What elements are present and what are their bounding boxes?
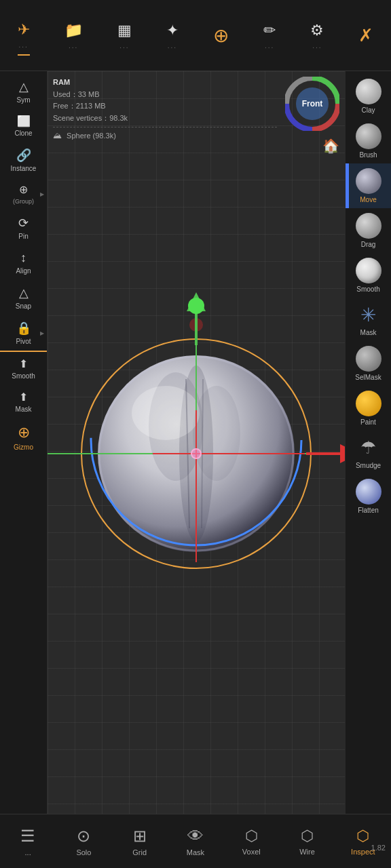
drag-ball-icon	[356, 213, 381, 239]
pivot-expand-icon: ▶	[40, 330, 44, 336]
sidebar-item-pin[interactable]: ⟳ Pin	[0, 210, 47, 245]
align-icon: ↕	[20, 251, 26, 265]
view-cube-face[interactable]: Front	[296, 87, 329, 120]
bottom-inspect[interactable]: ⬡ Inspect	[335, 814, 391, 868]
settings-icon: ⚙	[310, 22, 324, 39]
top-tool-settings[interactable]: ⚙ ...	[310, 16, 324, 55]
pin-icon: ⟳	[18, 216, 29, 231]
gizmo-center-dot[interactable]	[189, 447, 203, 460]
green-control-dot[interactable]	[188, 298, 204, 314]
bottom-mask[interactable]: 👁 Mask	[168, 814, 223, 868]
smooth-sidebar-icon: ⬆	[19, 357, 28, 370]
bottom-wire[interactable]: ⬡ Wire	[279, 814, 335, 868]
mask-sidebar-icon: ⬆	[19, 391, 28, 403]
layers-icon: ▦	[117, 22, 132, 39]
snap-icon: △	[19, 285, 29, 300]
gizmo-sidebar-icon: ⊕	[18, 424, 30, 441]
sidebar-item-align[interactable]: ↕ Align	[0, 245, 47, 280]
top-tool-gizmo3d[interactable]: ⊕	[213, 19, 229, 52]
group-icon: ⊕	[19, 183, 28, 196]
voxel-icon: ⬡	[245, 827, 258, 845]
object-bar: ⛰ Sphere (98.3k)	[53, 127, 277, 140]
pivot-icon: 🔒	[16, 321, 31, 336]
sidebar-item-group[interactable]: ⊕ (Group) ▶	[0, 178, 47, 210]
sidebar-item-instance[interactable]: 🔗 Instance	[0, 142, 47, 178]
paint-ball-icon	[356, 391, 381, 416]
solo-icon: ⊙	[77, 827, 90, 846]
flatten-ball-icon	[356, 479, 381, 505]
top-tool-tools[interactable]: ✗	[358, 20, 373, 52]
view-cube[interactable]: Front	[285, 77, 339, 131]
sphere-container	[88, 345, 305, 562]
brush-drag[interactable]: Drag	[346, 208, 391, 253]
clone-icon: ⬜	[17, 115, 31, 127]
sidebar-item-mask[interactable]: ⬆ Mask	[0, 385, 47, 418]
move-ball-icon	[356, 168, 381, 194]
menu-icon: ☰	[20, 827, 35, 846]
sidebar-item-snap[interactable]: △ Snap	[0, 280, 47, 315]
object-type-icon: ⛰	[53, 130, 62, 140]
instance-icon: 🔗	[16, 148, 31, 163]
arrow-up-gizmo[interactable]	[195, 311, 198, 345]
nav-icon: ✈	[18, 21, 30, 39]
brush-ball-icon	[356, 123, 381, 149]
top-toolbar: ✈ ... 📁 ... ▦ ... ✦ ... ⊕ ✏ ... ⚙ ... ✗	[0, 0, 391, 71]
bottom-toolbar: ☰ ... ⊙ Solo ⊞ Grid 👁 Mask ⬡ Voxel ⬡ Wir…	[0, 814, 391, 868]
bottom-solo[interactable]: ⊙ Solo	[56, 814, 111, 868]
clay-ball-icon	[356, 79, 381, 104]
top-tool-nav[interactable]: ✈ ...	[18, 16, 30, 56]
smudge-icon: ☂	[356, 435, 381, 460]
selmask-ball-icon	[356, 346, 381, 372]
sym-icon: △	[19, 79, 29, 94]
sidebar-item-smooth[interactable]: ⬆ Smooth	[0, 351, 47, 385]
top-tool-files[interactable]: 📁 ...	[64, 16, 83, 55]
brush-selmask[interactable]: SelMask	[346, 341, 391, 386]
right-sidebar: Clay Brush Move Drag Smooth ✳ Mask SelMa…	[345, 71, 391, 814]
top-tool-pen[interactable]: ✏ ...	[263, 16, 276, 55]
bottom-menu[interactable]: ☰ ...	[0, 814, 56, 868]
scene-vertices: Scene vertices：98.3k	[53, 113, 128, 125]
tools-icon: ✗	[358, 25, 373, 46]
sidebar-item-clone[interactable]: ⬜ Clone	[0, 109, 47, 142]
brush-mask[interactable]: ✳ Mask	[346, 298, 391, 341]
lighting-icon: ✦	[166, 22, 179, 39]
arrow-up-line	[195, 311, 198, 345]
group-expand-icon: ▶	[40, 191, 44, 197]
wire-icon: ⬡	[301, 827, 314, 845]
home-button[interactable]: 🏠	[322, 138, 339, 154]
gizmo3d-icon: ⊕	[213, 24, 229, 47]
mask-ball-icon: ✳	[356, 302, 381, 327]
arrow-right-gizmo[interactable]	[306, 444, 345, 463]
viewport[interactable]: RAM Used：33 MB Free：2113 MB Scene vertic…	[48, 71, 345, 814]
move-active-indicator	[346, 163, 349, 208]
top-tool-lighting[interactable]: ✦ ...	[166, 16, 179, 55]
inspect-icon: ⬡	[356, 827, 369, 845]
sidebar-item-gizmo[interactable]: ⊕ Gizmo	[0, 418, 47, 456]
arrow-right-line	[306, 452, 340, 455]
version-label: 1.82	[371, 844, 386, 852]
smooth-ball-icon	[356, 258, 381, 283]
ram-title: RAM	[53, 77, 128, 89]
gizmo-red-vertical	[196, 410, 197, 562]
sidebar-item-sym[interactable]: △ Sym	[0, 74, 47, 109]
ram-free: Free：2113 MB	[53, 100, 128, 113]
files-icon: 📁	[64, 22, 83, 39]
brush-smooth[interactable]: Smooth	[346, 253, 391, 298]
bottom-voxel[interactable]: ⬡ Voxel	[223, 814, 279, 868]
bottom-grid[interactable]: ⊞ Grid	[112, 814, 168, 868]
grid-icon: ⊞	[133, 827, 147, 846]
brush-clay[interactable]: Clay	[346, 74, 391, 119]
brush-smudge[interactable]: ☂ Smudge	[346, 431, 391, 474]
arrow-right-head	[340, 444, 345, 463]
sidebar-item-pivot[interactable]: 🔒 Pivot ▶	[0, 315, 47, 351]
info-panel: RAM Used：33 MB Free：2113 MB Scene vertic…	[53, 77, 128, 124]
brush-brush[interactable]: Brush	[346, 119, 391, 163]
top-tool-layers[interactable]: ▦ ...	[117, 16, 132, 55]
brush-paint[interactable]: Paint	[346, 386, 391, 431]
brush-move[interactable]: Move	[346, 163, 391, 208]
gizmo-red-horizontal	[153, 453, 305, 454]
ram-used: Used：33 MB	[53, 89, 128, 101]
pen-icon: ✏	[263, 22, 276, 39]
brush-flatten[interactable]: Flatten	[346, 474, 391, 519]
left-sidebar: △ Sym ⬜ Clone 🔗 Instance ⊕ (Group) ▶ ⟳ P…	[0, 71, 48, 814]
